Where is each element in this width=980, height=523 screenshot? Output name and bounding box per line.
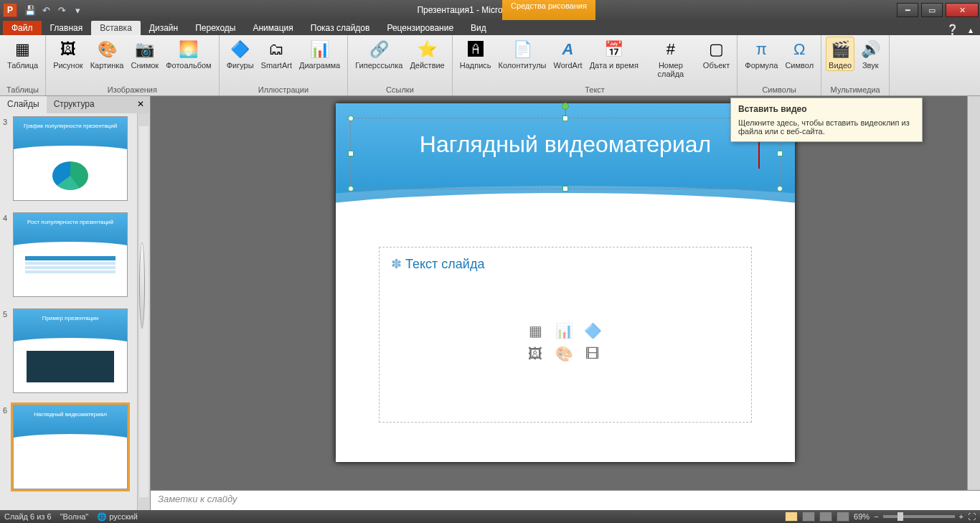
undo-icon[interactable]: ↶ [39,3,53,17]
wordart-icon: A [557,38,580,61]
chart-button[interactable]: 📊Диаграмма [296,37,343,71]
notes-pane[interactable]: Заметки к слайду [151,490,980,510]
slides-panel: Слайды Структура ✕ 3 График популярности… [0,96,151,510]
table-button[interactable]: ▦Таблица [4,37,41,71]
redo-icon[interactable]: ↷ [55,3,69,17]
video-button[interactable]: 🎬Видео [826,37,854,71]
theme-name: "Волна" [60,512,89,521]
editor-scrollbar[interactable] [967,96,980,490]
symbol-button[interactable]: ΩСимвол [782,37,816,71]
insert-picture-icon[interactable]: 🖼 [524,345,546,364]
clipart-label: Картинка [90,61,124,70]
normal-view-button[interactable] [785,512,798,522]
headerfooter-button[interactable]: 📄Колонтитулы [496,37,550,71]
slideshow-view-button[interactable] [837,512,849,522]
body-placeholder-text[interactable]: Текст слайда [391,256,740,272]
resize-handle[interactable] [777,186,783,192]
ribbon-group-text: 🅰Надпись 📄Колонтитулы AWordArt 📅Дата и в… [453,35,738,95]
resize-handle[interactable] [562,186,568,192]
smartart-button[interactable]: 🗂SmartArt [258,37,295,71]
minimize-button[interactable]: ━ [897,3,918,17]
fit-to-window-button[interactable]: ⛶ [968,512,976,521]
tab-transitions[interactable]: Переходы [187,21,244,35]
zoom-slider[interactable] [883,515,955,518]
help-icon[interactable]: ❔ [946,24,958,35]
qat-dropdown-icon[interactable]: ▾ [70,3,85,17]
editor-area: Наглядный видеоматериал Текст слайда ▦ 📊… [151,96,980,510]
zoom-level[interactable]: 69% [854,512,870,521]
zoom-in-button[interactable]: + [959,512,963,521]
action-icon: ⭐ [416,38,439,61]
symbol-icon: Ω [788,38,811,61]
insert-table-icon[interactable]: ▦ [524,322,546,341]
slide-title-text[interactable]: Наглядный видеоматериал [351,118,780,171]
picture-button[interactable]: 🖼Рисунок [50,37,86,71]
thumb-number: 5 [3,308,13,393]
audio-icon: 🔊 [859,38,882,61]
resize-handle[interactable] [348,116,354,121]
maximize-button[interactable]: ▭ [921,3,943,17]
audio-button[interactable]: 🔊Звук [856,37,885,71]
outline-tab[interactable]: Структура [47,96,102,113]
insert-media-icon[interactable]: 🎞 [582,345,603,364]
video-label: Видео [829,61,852,70]
tab-slideshow[interactable]: Показ слайдов [302,21,379,35]
clipart-button[interactable]: 🎨Картинка [88,37,127,71]
slide-thumbnail-4[interactable]: Рост популярности презентаций [13,212,128,297]
insert-clipart-icon[interactable]: 🎨 [553,345,575,364]
resize-handle[interactable] [777,151,783,156]
rotation-handle[interactable] [562,103,569,110]
minimize-ribbon-icon[interactable]: ▴ [969,25,973,35]
action-button[interactable]: ⭐Действие [407,37,447,71]
insert-chart-icon[interactable]: 📊 [553,322,575,341]
datetime-button[interactable]: 📅Дата и время [587,37,641,71]
slide-thumbnail-5[interactable]: Пример презентации [13,308,128,393]
tab-insert[interactable]: Вставка [91,21,141,35]
tab-animation[interactable]: Анимация [244,21,301,35]
screenshot-label: Снимок [131,61,159,70]
thumb-number: 3 [3,116,13,201]
screenshot-button[interactable]: 📷Снимок [128,37,161,71]
tab-file[interactable]: Файл [3,21,42,35]
zoom-out-button[interactable]: − [874,512,878,521]
panel-scrollbar[interactable] [137,113,150,510]
save-icon[interactable]: 💾 [23,3,37,17]
close-panel-icon[interactable]: ✕ [131,96,150,113]
tab-design[interactable]: Дизайн [141,21,187,35]
object-button[interactable]: ▢Объект [700,37,732,71]
equation-button[interactable]: πФормула [742,37,781,71]
language-indicator[interactable]: 🌐 русский [97,512,138,522]
slide[interactable]: Наглядный видеоматериал Текст слайда ▦ 📊… [336,103,795,462]
resize-handle[interactable] [348,151,354,156]
content-placeholder[interactable]: Текст слайда ▦ 📊 🔷 🖼 🎨 🎞 [379,247,752,423]
slidenumber-button[interactable]: #Номер слайда [643,37,699,80]
ribbon-group-media: 🎬Видео 🔊Звук Мультимедиа [821,35,890,95]
thumb-title: Рост популярности презентаций [14,219,127,225]
close-button[interactable]: ✕ [946,3,979,17]
photoalbum-button[interactable]: 🌅Фотоальбом [163,37,215,71]
thumb-number: 4 [3,212,13,297]
tab-review[interactable]: Рецензирование [378,21,462,35]
zoom-handle[interactable] [897,512,903,521]
hyperlink-button[interactable]: 🔗Гиперссылка [352,37,405,71]
slide-thumbnail-3[interactable]: График популярности презентаций [13,116,128,201]
slide-thumbnail-6[interactable]: Наглядный видеоматериал [13,405,128,489]
insert-smartart-icon[interactable]: 🔷 [582,322,603,341]
ribbon-group-illustrations: 🔷Фигуры 🗂SmartArt 📊Диаграмма Иллюстрации [220,35,349,95]
tab-view[interactable]: Вид [462,21,495,35]
title-placeholder[interactable]: Наглядный видеоматериал [350,118,781,189]
textbox-button[interactable]: 🅰Надпись [457,37,494,71]
tab-home[interactable]: Главная [42,21,92,35]
slide-canvas[interactable]: Наглядный видеоматериал Текст слайда ▦ 📊… [151,96,980,490]
resize-handle[interactable] [348,186,354,192]
app-icon: P [3,3,17,17]
sorter-view-button[interactable] [802,512,815,522]
slides-tab[interactable]: Слайды [0,96,47,113]
slide-counter: Слайд 6 из 6 [4,512,52,521]
shapes-button[interactable]: 🔷Фигуры [224,37,257,71]
scrollbar-handle[interactable] [139,242,145,329]
wordart-button[interactable]: AWordArt [551,37,585,71]
resize-handle[interactable] [562,116,568,121]
reading-view-button[interactable] [819,512,832,522]
photoalbum-label: Фотоальбом [166,61,212,70]
